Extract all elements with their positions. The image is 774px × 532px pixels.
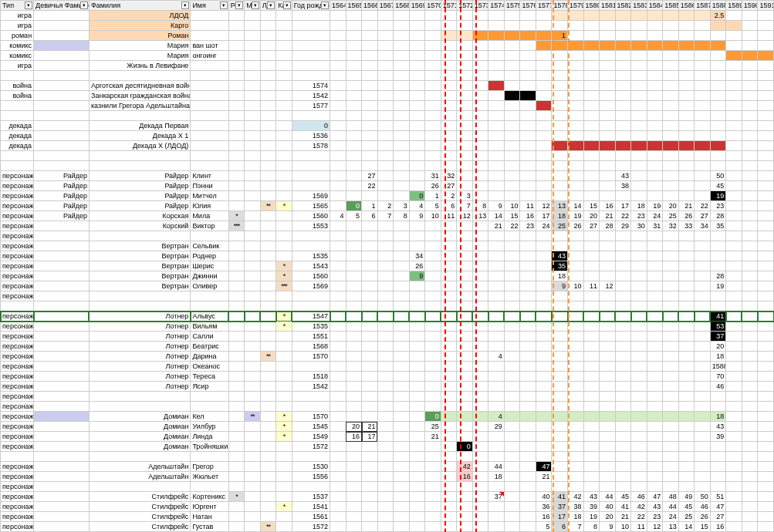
year-cell[interactable]: 17 (552, 512, 568, 522)
year-cell[interactable] (552, 101, 568, 111)
cell[interactable] (34, 41, 90, 51)
year-cell[interactable] (346, 101, 362, 111)
cell[interactable] (228, 452, 245, 462)
year-cell[interactable]: 43 (647, 502, 663, 512)
year-cell[interactable] (457, 161, 473, 171)
year-cell[interactable] (568, 31, 584, 41)
year-cell[interactable] (504, 91, 520, 101)
year-cell[interactable] (425, 311, 441, 322)
data-row[interactable]: романРоман1 (1, 31, 774, 41)
year-cell[interactable] (583, 41, 600, 51)
year-cell[interactable] (441, 412, 457, 422)
cell[interactable]: Райдер (89, 181, 190, 191)
year-cell[interactable] (710, 452, 726, 462)
cell[interactable]: ван шот (191, 41, 228, 51)
cell[interactable]: Домиан (89, 412, 190, 422)
year-cell[interactable] (758, 402, 774, 412)
year-cell[interactable] (568, 261, 584, 271)
cell[interactable] (191, 31, 228, 41)
cell[interactable] (89, 482, 190, 492)
year-cell[interactable] (552, 342, 568, 352)
year-cell[interactable] (330, 51, 346, 61)
filter-dropdown-icon[interactable]: ▾ (235, 2, 243, 9)
year-cell[interactable] (600, 392, 616, 402)
cell[interactable]: 1543 (292, 261, 330, 271)
cell[interactable]: персонаж (1, 442, 34, 452)
cell[interactable]: 1570 (292, 352, 330, 362)
year-cell[interactable] (678, 241, 695, 251)
cell[interactable] (260, 171, 276, 181)
data-row[interactable]: декадаДекада X (ЛДОД)1578 (1, 141, 774, 151)
year-cell[interactable] (742, 412, 758, 422)
year-cell[interactable] (695, 452, 711, 462)
cell[interactable] (245, 131, 261, 141)
year-cell[interactable] (409, 181, 425, 191)
cell[interactable]: 1572 (292, 442, 330, 452)
year-cell[interactable] (520, 31, 536, 41)
year-cell[interactable] (394, 342, 410, 352)
cell[interactable] (245, 422, 261, 432)
cell[interactable] (260, 61, 276, 71)
year-cell[interactable] (600, 382, 616, 392)
year-cell[interactable] (377, 301, 394, 311)
year-cell[interactable] (441, 91, 457, 101)
year-cell[interactable] (362, 81, 378, 91)
year-cell[interactable] (600, 322, 616, 332)
data-row[interactable] (1, 71, 774, 81)
year-cell[interactable] (409, 281, 425, 291)
cell[interactable] (34, 452, 90, 462)
cell[interactable]: Стилфрейс (89, 502, 190, 512)
year-cell[interactable]: 43 (552, 251, 568, 261)
year-cell[interactable] (552, 181, 568, 191)
cell[interactable] (34, 61, 90, 71)
year-cell[interactable] (615, 31, 631, 41)
year-cell[interactable] (647, 482, 663, 492)
year-cell[interactable] (394, 492, 410, 502)
cell[interactable] (292, 392, 330, 402)
year-cell[interactable] (536, 161, 552, 171)
year-cell[interactable] (647, 61, 663, 71)
year-header[interactable]: 1566 (362, 1, 378, 11)
year-cell[interactable] (394, 21, 410, 31)
year-cell[interactable] (710, 141, 726, 151)
year-cell[interactable] (536, 21, 552, 31)
year-cell[interactable] (758, 171, 774, 181)
cell[interactable] (245, 281, 261, 291)
year-cell[interactable] (568, 231, 584, 241)
year-cell[interactable] (758, 151, 774, 161)
year-cell[interactable] (631, 231, 647, 241)
year-cell[interactable] (346, 171, 362, 181)
year-cell[interactable] (583, 402, 600, 412)
year-cell[interactable]: 1 (425, 191, 441, 201)
year-cell[interactable] (583, 352, 600, 362)
year-cell[interactable]: 0 (409, 191, 425, 201)
cell[interactable] (276, 91, 292, 101)
year-cell[interactable] (472, 91, 488, 101)
year-cell[interactable] (330, 352, 346, 362)
year-cell[interactable] (457, 81, 473, 91)
spreadsheet-grid[interactable]: Тип▾Девичья Фамилия▾Фамилия▾Имя▾Рок▾Ма▾Л… (0, 0, 774, 532)
year-cell[interactable] (472, 442, 488, 452)
cell[interactable]: Шерис (191, 261, 228, 271)
cell[interactable]: игра (1, 21, 34, 31)
year-cell[interactable] (678, 281, 695, 291)
year-cell[interactable] (377, 442, 394, 452)
year-cell[interactable] (457, 91, 473, 101)
year-cell[interactable] (377, 111, 394, 121)
year-cell[interactable] (504, 121, 520, 131)
year-cell[interactable]: 27 (441, 181, 457, 191)
year-cell[interactable]: 20 (600, 512, 616, 522)
year-cell[interactable] (441, 241, 457, 251)
year-cell[interactable] (663, 342, 679, 352)
year-cell[interactable] (425, 11, 441, 21)
year-cell[interactable] (568, 372, 584, 382)
year-cell[interactable] (726, 322, 742, 332)
year-cell[interactable] (472, 191, 488, 201)
cell[interactable] (89, 151, 190, 161)
year-cell[interactable] (362, 221, 378, 231)
year-cell[interactable] (520, 402, 536, 412)
year-cell[interactable] (631, 392, 647, 402)
cell[interactable] (260, 472, 276, 482)
year-cell[interactable] (536, 181, 552, 191)
year-cell[interactable] (600, 121, 616, 131)
